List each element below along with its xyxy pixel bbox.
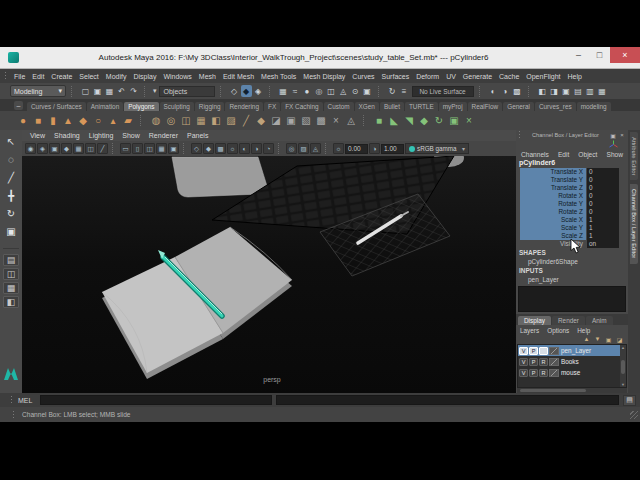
exposure-field[interactable]: 0.00 (345, 144, 368, 154)
channel-name[interactable]: Scale Z (520, 232, 586, 240)
layer-color-swatch[interactable] (549, 369, 559, 377)
construction-history-icon[interactable]: ↻ (387, 85, 398, 97)
symmetrize-icon[interactable]: ▣ (284, 114, 298, 128)
menu-item[interactable]: Windows (163, 73, 191, 80)
menu-item[interactable]: Edit Mesh (223, 73, 254, 80)
menu-item[interactable]: File (14, 73, 25, 80)
layer-playback-toggle[interactable]: P (529, 358, 538, 366)
layer-reference-toggle[interactable]: R (539, 358, 548, 366)
render-settings-icon[interactable]: ▩ (512, 85, 523, 97)
lasso-select-tool-icon[interactable]: ◌ (3, 151, 20, 167)
snap-point-icon[interactable]: ● (302, 85, 313, 97)
shelf-tab[interactable]: Rigging (195, 102, 225, 111)
menu-item[interactable]: Surfaces (382, 73, 410, 80)
sculpt-tool-icon[interactable]: ◬ (344, 114, 358, 128)
menu-item[interactable]: Help (568, 73, 582, 80)
cut-uv-icon[interactable]: × (462, 114, 476, 128)
viewport-scene[interactable]: persp (22, 156, 516, 393)
sew-edge-icon[interactable]: ◥ (402, 114, 416, 128)
channel-box-menu-item[interactable]: Edit (558, 151, 569, 158)
channel-value-field[interactable]: 0 (587, 168, 619, 176)
tool-settings-toggle-icon[interactable]: ▥ (585, 85, 596, 97)
toggle-left-panel-icon[interactable]: ◧ (537, 85, 548, 97)
shelf-tab[interactable]: Animation (87, 102, 123, 111)
gamma-icon[interactable]: ◑ (369, 143, 380, 154)
channel-value-field[interactable]: 0 (587, 192, 619, 200)
select-hierarchy-icon[interactable]: ◇ (229, 85, 240, 97)
modeling-toolkit-toggle-icon[interactable]: ▣ (561, 85, 572, 97)
shelf-tab[interactable]: XGen (355, 102, 379, 111)
poly-plane-icon[interactable]: ◆ (76, 114, 90, 128)
layer-editor-tab[interactable]: Render (552, 316, 585, 325)
poly-pipe-icon[interactable]: ▰ (121, 114, 135, 128)
smooth-shade-icon[interactable]: ◆ (203, 143, 214, 154)
channel-name[interactable]: Visibility (520, 240, 586, 248)
view-transform-dropdown[interactable]: sRGB gamma ▾ (405, 143, 469, 154)
snap-grid-icon[interactable]: ▦ (278, 85, 289, 97)
select-component-icon[interactable]: ◈ (253, 85, 264, 97)
channel-value-field[interactable]: 0 (587, 176, 619, 184)
shelf-tab[interactable]: Rendering (225, 102, 263, 111)
create-empty-layer-icon[interactable]: ▣ (604, 335, 613, 343)
bookmark-icon[interactable]: ◆ (61, 143, 72, 154)
layer-row[interactable]: V P R mouse (518, 367, 626, 378)
channel-name[interactable]: Rotate Y (520, 200, 586, 208)
script-editor-button[interactable]: ▤ (623, 395, 636, 406)
minimize-button[interactable]: – (568, 47, 589, 63)
shelf-collapse-button[interactable]: – (14, 101, 23, 110)
render-current-frame-icon[interactable]: ◐ (488, 85, 499, 97)
scrollbar-thumb[interactable] (520, 389, 586, 392)
layer-name[interactable]: Books (560, 358, 579, 365)
new-scene-icon[interactable]: ▢ (80, 85, 91, 97)
channel-box-menu-item[interactable]: Object (578, 151, 597, 158)
create-polygon-tool-icon[interactable]: ╱ (239, 114, 253, 128)
help-line-drag-handle[interactable] (12, 410, 16, 420)
panel-menu-item[interactable]: View (30, 132, 45, 139)
command-line-drag-handle[interactable] (10, 395, 14, 405)
toggle-right-panel-icon[interactable]: ◨ (549, 85, 560, 97)
selection-mask-field[interactable]: Objects (159, 86, 215, 97)
channel-name[interactable]: Translate X (520, 168, 586, 176)
menu-item[interactable]: Edit (32, 73, 44, 80)
panel-menu-item[interactable]: Lighting (89, 132, 114, 139)
selection-mask-combo[interactable]: ▾ Objects (153, 86, 215, 97)
channel-name[interactable]: Translate Z (520, 184, 586, 192)
mirror-geometry-icon[interactable]: ◪ (269, 114, 283, 128)
menu-item[interactable]: Modify (106, 73, 127, 80)
channel-value-field[interactable]: 1 (587, 224, 619, 232)
layer-color-swatch[interactable] (549, 358, 559, 366)
multi-cut-frame-icon[interactable]: × (329, 114, 343, 128)
command-language-toggle[interactable]: MEL (18, 397, 36, 404)
select-camera-icon[interactable]: ◉ (25, 143, 36, 154)
quad-draw-frame-icon[interactable]: ▩ (314, 114, 328, 128)
extrude-icon[interactable]: ◫ (179, 114, 193, 128)
shelf-tab[interactable]: FX Caching (281, 102, 322, 111)
channel-name[interactable]: Scale Y (520, 224, 586, 232)
lock-selection-icon[interactable]: ⊙ (350, 85, 361, 97)
layer-list-vertical-scrollbar[interactable]: ▲ ▼ (620, 345, 626, 387)
menu-item[interactable]: Curves (352, 73, 374, 80)
snap-projected-center-icon[interactable]: ◎ (314, 85, 325, 97)
channel-name[interactable]: Rotate X (520, 192, 586, 200)
channel-value-field[interactable]: 1 (587, 232, 619, 240)
move-layer-down-icon[interactable]: ▼ (593, 335, 602, 343)
shelf-tab[interactable]: Bullet (380, 102, 404, 111)
menu-item[interactable]: Mesh Tools (261, 73, 296, 80)
channel-value-field[interactable]: 0 (587, 208, 619, 216)
camera-attributes-icon[interactable]: ▣ (49, 143, 60, 154)
attribute-editor-toggle-icon[interactable]: ▤ (573, 85, 584, 97)
cube-mapping-icon[interactable]: ◆ (417, 114, 431, 128)
lock-camera-icon[interactable]: ◈ (37, 143, 48, 154)
grease-pencil-icon[interactable]: ╱ (97, 143, 108, 154)
append-polygon-icon[interactable]: ■ (372, 114, 386, 128)
fill-hole-icon[interactable]: ◣ (387, 114, 401, 128)
poly-cylinder-icon[interactable]: ▮ (46, 114, 60, 128)
command-result-field[interactable] (276, 395, 619, 405)
shelf-tab[interactable]: Custom (324, 102, 354, 111)
grid-snap-green-icon[interactable]: ▣ (447, 114, 461, 128)
move-layer-up-icon[interactable]: ▲ (582, 335, 591, 343)
snap-view-plane-icon[interactable]: ◫ (326, 85, 337, 97)
gamma-field[interactable]: 1.00 (381, 144, 404, 154)
move-tool-icon[interactable]: ╋ (3, 187, 20, 203)
dock-tab[interactable]: Channel Box / Layer Editor (630, 184, 638, 263)
